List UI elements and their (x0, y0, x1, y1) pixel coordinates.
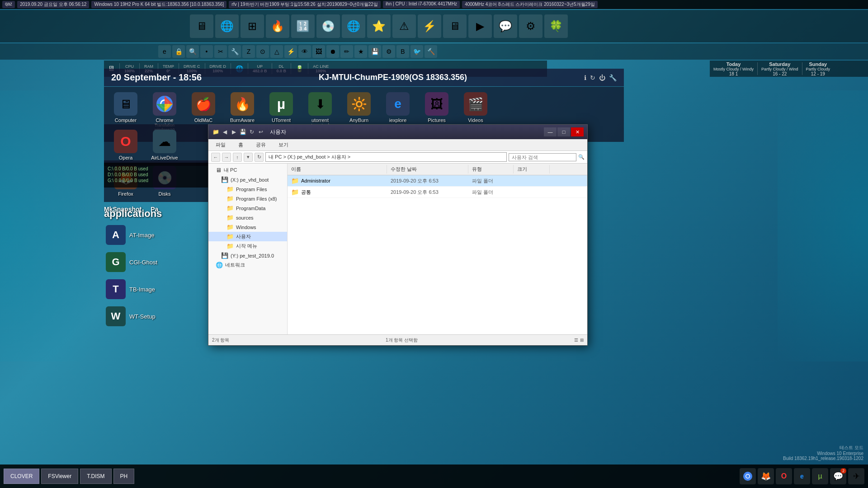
toolbar2-search-icon[interactable]: 🔍 (186, 45, 199, 58)
view-grid-icon[interactable]: ⊞ (580, 338, 584, 343)
launcher-refresh-icon[interactable]: ↻ (590, 74, 595, 81)
toolbar2-hammer-icon[interactable]: 🔧 (228, 45, 241, 58)
sidebar-users[interactable]: 📁 사용자 (208, 232, 287, 241)
taskbar-btn-clover[interactable]: CLOVER (4, 469, 39, 484)
sidebar-pe-vhd[interactable]: 💾 (X:) pe_vhd_boot (208, 175, 287, 184)
toolbar2-gear2-icon[interactable]: ⚙ (382, 45, 395, 58)
address-refresh-button[interactable]: ↻ (255, 153, 264, 162)
toolbar2-eye-icon[interactable]: 👁 (298, 45, 311, 58)
toolbar2-triangle-icon[interactable]: △ (270, 45, 283, 58)
view-list-icon[interactable]: ☰ (574, 338, 578, 343)
taskbar-btn-fsviewer[interactable]: FSViewer (41, 469, 78, 484)
toolbar2-bird-icon[interactable]: 🐦 (410, 45, 423, 58)
sidebar-program-files[interactable]: 📁 Program Files (208, 184, 287, 194)
address-up-button[interactable]: ↑ (233, 153, 242, 162)
sidebar-sources[interactable]: 📁 sources (208, 213, 287, 222)
app-wt-setup[interactable]: W WT-Setup (104, 305, 206, 328)
toolbar2-circle-icon[interactable]: ⊙ (256, 45, 269, 58)
sidebar-programdata[interactable]: 📁 ProgramData (208, 203, 287, 213)
sidebar-windows[interactable]: 📁 Windows (208, 222, 287, 232)
taskbar-nav-icon[interactable]: ✈ (848, 468, 864, 484)
taskbar-ie-icon[interactable]: e (794, 468, 810, 484)
close-button[interactable]: ✕ (571, 127, 584, 136)
taskbar-opera-icon[interactable]: O (776, 468, 792, 484)
toolbar-gear-icon[interactable]: ⚙ (519, 14, 542, 38)
toolbar-ie-icon[interactable]: 🌐 (215, 14, 239, 38)
sidebar-start-menu[interactable]: 📁 시작 메뉴 (208, 241, 287, 251)
nav-back-icon[interactable]: ◀ (221, 128, 228, 136)
toolbar-computer-icon[interactable]: 🖥 (190, 14, 213, 38)
col-header-type[interactable]: 유형 (468, 165, 514, 174)
toolbar-calc-icon[interactable]: 🔢 (291, 14, 315, 38)
toolbar-lightning-icon[interactable]: ⚡ (418, 14, 441, 38)
toolbar2-dot-icon[interactable]: • (200, 45, 213, 58)
refresh-icon[interactable]: ↻ (248, 128, 255, 136)
ribbon-tab-view[interactable]: 보기 (275, 140, 292, 150)
disk-icon[interactable]: 💾 (239, 128, 246, 136)
nav-forward-icon[interactable]: ▶ (230, 128, 237, 136)
explorer-row-gongtong[interactable]: 📁 공통 2019-09-20 오후 6:53 파일 폴더 (288, 187, 587, 198)
ribbon-tab-share[interactable]: 공유 (252, 140, 269, 150)
toolbar-disc-icon[interactable]: 💿 (316, 14, 340, 38)
app-opera[interactable]: O Opera (108, 128, 144, 162)
maximize-button[interactable]: □ (557, 127, 570, 136)
explorer-row-administrator[interactable]: 📁 Administrator 2019-09-20 오후 6:53 파일 폴더 (288, 175, 587, 187)
app-at-image[interactable]: A AT-Image (104, 223, 206, 247)
search-icon[interactable]: 🔍 (578, 154, 585, 160)
toolbar2-scissors-icon[interactable]: ✂ (214, 45, 227, 58)
app-airlivedrive[interactable]: ☁ AirLiveDrive (146, 128, 183, 162)
toolbar2-power-icon[interactable]: ⚡ (284, 45, 297, 58)
toolbar2-wrench-icon[interactable]: 🔨 (425, 45, 437, 58)
toolbar2-img-icon[interactable]: 🖼 (312, 45, 325, 58)
top-status-bar: qaz 2019.09.20 금요일 오후 06:56:12 Windows 1… (0, 0, 868, 9)
toolbar-star-icon[interactable]: ⭐ (367, 14, 391, 38)
search-input[interactable] (509, 153, 576, 161)
undo-icon[interactable]: ↩ (257, 128, 264, 136)
toolbar2-lock-icon[interactable]: 🔒 (172, 45, 185, 58)
toolbar2-save-icon[interactable]: 💾 (368, 45, 381, 58)
toolbar-player-icon[interactable]: ▶ (468, 14, 492, 38)
sidebar-pd-label: ProgramData (236, 206, 265, 211)
toolbar2-z-icon[interactable]: Z (242, 45, 255, 58)
taskbar-badge-count: 2 (840, 468, 846, 474)
toolbar-warning-icon[interactable]: ⚠ (392, 14, 416, 38)
ribbon-tab-file[interactable]: 파일 (212, 140, 229, 150)
launcher-wrench-icon[interactable]: 🔧 (609, 74, 617, 81)
toolbar-globe-icon[interactable]: 🌐 (342, 14, 365, 38)
minimize-button[interactable]: — (544, 127, 557, 136)
pe-test-icon: 💾 (221, 252, 228, 259)
taskbar-btn-tdism[interactable]: T.DISM (80, 469, 111, 484)
taskbar-firefox-icon[interactable]: 🦊 (758, 468, 774, 484)
toolbar-leaf-icon[interactable]: 🍀 (544, 14, 568, 38)
app-cgi-ghost[interactable]: G CGI-Ghost (104, 250, 206, 274)
launcher-power-icon[interactable]: ⏻ (599, 74, 605, 81)
sidebar-network[interactable]: 🌐 네트워크 (208, 260, 287, 270)
toolbar2-rec-icon[interactable]: ⏺ (326, 45, 339, 58)
sidebar-program-files-x86[interactable]: 📁 Program Files (x8) (208, 194, 287, 203)
col-header-name[interactable]: 이름 (288, 165, 387, 174)
taskbar-torrent-icon[interactable]: µ (812, 468, 828, 484)
app-tb-image[interactable]: T TB-Image (104, 277, 206, 301)
toolbar2-edit-icon[interactable]: ✏ (340, 45, 353, 58)
weather-bar: Today Mostly Cloudy / Windy 18 1 Saturda… (710, 61, 868, 77)
toolbar-grid-icon[interactable]: ⊞ (241, 14, 264, 38)
taskbar-btn-ph[interactable]: PH (113, 469, 135, 484)
sidebar-pe-test[interactable]: 💾 (Y:) pe_test_2019.0 (208, 251, 287, 260)
toolbar2-ie-icon[interactable]: e (158, 45, 171, 58)
col-header-date[interactable]: 수정한 날짜 (387, 165, 468, 174)
address-back-button[interactable]: ← (211, 153, 220, 162)
launcher-info-icon[interactable]: ℹ (584, 74, 586, 81)
toolbar-fire-icon[interactable]: 🔥 (266, 14, 289, 38)
address-recent-button[interactable]: ▾ (244, 153, 253, 162)
row-gongtong-type: 파일 폴더 (468, 189, 514, 196)
ribbon-tab-home[interactable]: 홈 (235, 140, 247, 150)
col-header-size[interactable]: 크기 (514, 165, 550, 174)
toolbar2-b-icon[interactable]: B (396, 45, 409, 58)
toolbar-chat-icon[interactable]: 💬 (494, 14, 517, 38)
address-forward-button[interactable]: → (222, 153, 231, 162)
toolbar-monitor-icon[interactable]: 🖥 (443, 14, 467, 38)
taskbar-chrome-icon[interactable] (740, 468, 756, 484)
toolbar2-star-icon[interactable]: ★ (354, 45, 367, 58)
address-path[interactable]: 내 PC > (X:) pe_vhd_boot > 사용자 > (265, 152, 507, 162)
sidebar-my-pc[interactable]: 🖥 내 PC (208, 165, 287, 175)
